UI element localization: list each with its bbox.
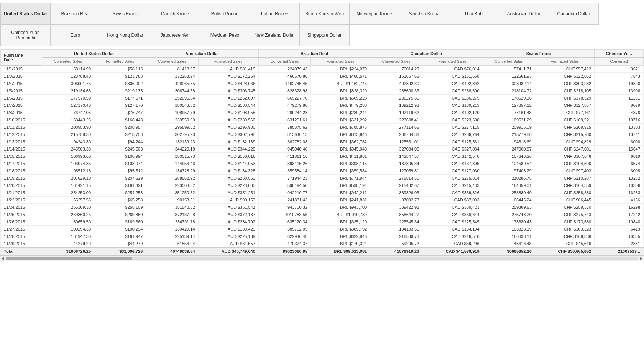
table-row: 11/7/2015127170.40$127,170180543.82AUD $… bbox=[1, 102, 644, 109]
table-cell: 106993.60 bbox=[42, 153, 94, 160]
table-cell: 11/13/2015 bbox=[1, 138, 42, 146]
table-cell: 11/18/2015 bbox=[1, 167, 42, 175]
currency-cell-british-pound[interactable]: British Pound bbox=[200, 3, 250, 25]
table-cell: 173680.43 bbox=[483, 218, 535, 226]
table-cell: AUD $132,139 bbox=[198, 138, 258, 146]
table-cell: 11/22/2015 bbox=[1, 197, 42, 204]
currency-cell-norwegian-krone[interactable]: Norwegian Krone bbox=[350, 3, 399, 25]
table-cell: 11/19/2015 bbox=[1, 175, 42, 182]
table-cell: 2831 bbox=[595, 240, 644, 248]
table-cell: 11/21/2015 bbox=[1, 189, 42, 197]
table-cell: 288600.33 bbox=[370, 87, 422, 95]
table-row: 11/17/2015103074.35$103,074144953.46AUD … bbox=[1, 160, 644, 167]
currency-cell-japanese-yen[interactable]: Japanese Yen bbox=[150, 25, 200, 46]
table-cell: 166838.11 bbox=[483, 233, 535, 240]
totals-cell: CAD $41,576,919 bbox=[422, 247, 483, 255]
table-cell: BRL $289,244 bbox=[310, 109, 370, 116]
subheader-aud-fmt: Formatted Sales bbox=[198, 58, 258, 66]
currency-cell-united-states-dollar[interactable]: United States Dollar bbox=[1, 3, 51, 25]
table-cell: 11/3/2015 bbox=[1, 73, 42, 80]
table-cell: 76014.29 bbox=[370, 66, 422, 73]
table-row: 11/3/2015123788.40$123,788172263.94AUD $… bbox=[1, 73, 644, 80]
table-cell: CAD $161,668 bbox=[422, 73, 483, 80]
data-table-container[interactable]: FullNameDate United States Dollar Austra… bbox=[0, 49, 644, 255]
table-cell: 139429.14 bbox=[146, 226, 198, 233]
currency-cell-hong-kong-dollar[interactable]: Hong Kong Dollar bbox=[100, 25, 150, 46]
table-cell: 16298 bbox=[595, 204, 644, 211]
currency-cell-indian-rupee[interactable]: Indian Rupee bbox=[250, 3, 300, 25]
table-cell: CAD $288,600 bbox=[422, 87, 483, 95]
table-cell: 219134.65 bbox=[42, 87, 94, 95]
table-cell: $161,947 bbox=[94, 233, 146, 240]
col-header-date: FullNameDate bbox=[1, 50, 42, 66]
table-cell: 218104.72 bbox=[483, 87, 535, 95]
table-cell: BRL $631,292 bbox=[310, 116, 370, 124]
table-cell: 11/14/2015 bbox=[1, 146, 42, 153]
col-header-chf: Swiss Franc bbox=[483, 50, 595, 58]
table-cell: AUD $223,003 bbox=[198, 182, 258, 189]
subheader-brl-fmt: Formatted Sales bbox=[310, 58, 370, 66]
scroll-left-arrow[interactable]: ◀ bbox=[1, 256, 4, 260]
table-cell: 122661.93 bbox=[483, 73, 535, 80]
table-cell: BRL $466,571 bbox=[310, 73, 370, 80]
table-cell: BRL $828,329 bbox=[310, 87, 370, 95]
table-row: 11/8/201576747.05$76,747108957.79AUD $10… bbox=[1, 109, 644, 116]
table-cell: 16233 bbox=[595, 189, 644, 197]
table-cell: 225139.14 bbox=[146, 233, 198, 240]
table-cell: 6819 bbox=[595, 153, 644, 160]
currency-cell-australian-dollar[interactable]: Australian Dollar bbox=[499, 3, 549, 25]
table-cell: 828328.98 bbox=[258, 87, 310, 95]
currency-cell-swedish-krona[interactable]: Swedish Krona bbox=[399, 3, 449, 25]
table-cell: BRL $635,120 bbox=[310, 218, 370, 226]
table-cell: 104589.54 bbox=[483, 160, 535, 167]
currency-cell-swiss-franc[interactable]: Swiss Franc bbox=[100, 3, 150, 25]
table-cell: AUD $428,066 bbox=[198, 80, 258, 87]
table-cell: 344220.18 bbox=[146, 146, 198, 153]
table-cell: 428065.85 bbox=[146, 80, 198, 87]
scroll-thumb[interactable] bbox=[6, 257, 132, 260]
scroll-track[interactable] bbox=[6, 257, 638, 260]
table-cell: 102119.62 bbox=[370, 109, 422, 116]
table-cell: 631291.61 bbox=[258, 116, 310, 124]
table-cell: $123,788 bbox=[94, 73, 146, 80]
currency-cell-thai-baht[interactable]: Thai Baht bbox=[449, 3, 499, 25]
table-cell: 785875.62 bbox=[258, 124, 310, 131]
currency-cell-brazilian-real[interactable]: Brazilian Real bbox=[51, 3, 100, 25]
table-row: 11/20/2015161421.15$161,421223003.32AUD … bbox=[1, 182, 644, 189]
table-cell: 95512.15 bbox=[42, 167, 94, 175]
table-cell: 170324.37 bbox=[258, 240, 310, 248]
currency-cell-canadian-dollar[interactable]: Canadian Dollar bbox=[549, 3, 599, 25]
currency-cell-chinese-yuan-renminbi[interactable]: Chinese Yuan Renminbi bbox=[1, 25, 51, 46]
table-cell: 598194.50 bbox=[258, 182, 310, 189]
table-cell: 6574 bbox=[595, 160, 644, 167]
table-cell: 134103.51 bbox=[370, 226, 422, 233]
table-cell: 11/4/2015 bbox=[1, 80, 42, 87]
currency-cell-mexican-peso[interactable]: Mexican Peso bbox=[200, 25, 250, 46]
horizontal-scrollbar[interactable]: ◀ ▶ bbox=[0, 255, 644, 261]
table-cell: 81418.97 bbox=[146, 66, 198, 73]
currency-cell-danish-krone[interactable]: Danish Krone bbox=[150, 3, 200, 25]
table-cell: 76747.05 bbox=[42, 109, 94, 116]
currency-cell-new-zealand-dollar[interactable]: New Zealand Dollar bbox=[250, 25, 300, 46]
table-cell: 11/27/2015 bbox=[1, 226, 42, 233]
scroll-right-arrow[interactable]: ▶ bbox=[640, 256, 643, 260]
totals-cell: 99023080.95 bbox=[258, 247, 310, 255]
currency-cell-singapore-dollar[interactable]: Singapore Dollar bbox=[300, 25, 350, 46]
table-cell: AUD $225,139 bbox=[198, 233, 258, 240]
table-cell: 11/15/2015 bbox=[1, 153, 42, 160]
currency-cell-euro[interactable]: Euro bbox=[51, 25, 100, 46]
table-cell: $177,571 bbox=[94, 95, 146, 102]
table-cell: 207629.10 bbox=[42, 175, 94, 182]
table-cell: AUD $234,792 bbox=[198, 218, 258, 226]
currency-cell-south-korean-won[interactable]: South Korean Won bbox=[300, 3, 350, 25]
table-cell: CAD $169,213 bbox=[422, 102, 483, 109]
table-cell: AUD $372,137 bbox=[198, 211, 258, 218]
table-cell: $255,109 bbox=[94, 204, 146, 211]
table-cell: 169521.29 bbox=[483, 116, 535, 124]
table-cell: BRL $224,079 bbox=[310, 66, 370, 73]
table-cell: 239559.99 bbox=[146, 116, 198, 124]
table-cell: $95,512 bbox=[94, 167, 146, 175]
table-cell: $94,244 bbox=[94, 138, 146, 146]
table-cell: 247000.87 bbox=[483, 146, 535, 153]
table-cell: $245,503 bbox=[94, 146, 146, 153]
